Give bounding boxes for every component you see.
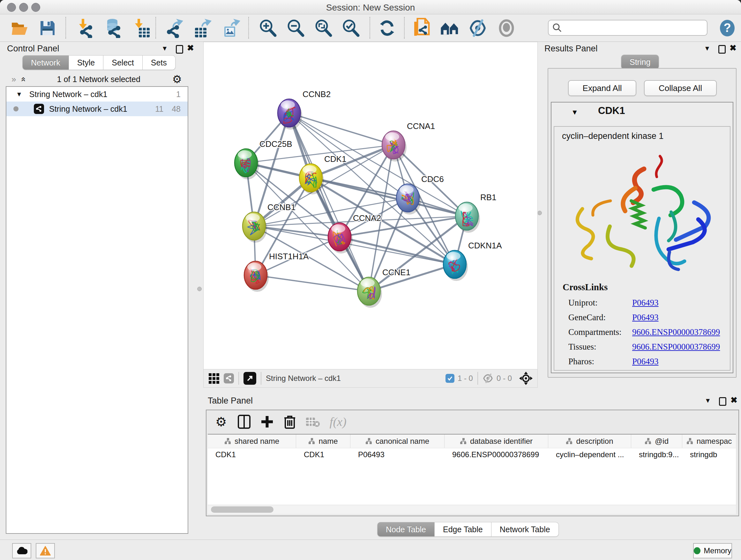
chevron-down-icon[interactable]: ▼ — [16, 91, 22, 98]
create-column-plus-icon[interactable] — [261, 415, 273, 428]
import-database-icon[interactable] — [103, 18, 123, 38]
memory-button[interactable]: Memory — [693, 543, 732, 558]
show-columns-icon[interactable] — [238, 415, 251, 429]
tab-node-table[interactable]: Node Table — [377, 522, 434, 537]
search-input[interactable] — [548, 20, 708, 36]
open-session-icon[interactable] — [10, 18, 30, 38]
network-node-cdkn1a[interactable]: CDKN1A — [443, 241, 502, 281]
tab-select[interactable]: Select — [104, 55, 142, 70]
collection-label: String Network – cdk1 — [29, 90, 108, 99]
tab-network[interactable]: Network — [22, 55, 69, 70]
column-header[interactable]: description — [548, 435, 631, 448]
crosslinks-title: CrossLinks — [562, 282, 608, 293]
network-node-ccnb1[interactable]: CCNB1 — [243, 202, 295, 243]
crosslink-value[interactable]: 9606.ENSP00000378699 — [632, 342, 720, 352]
network-edge[interactable] — [289, 113, 394, 145]
collapse-all-button[interactable]: Collapse All — [644, 80, 717, 96]
scrollbar-thumb[interactable] — [211, 506, 273, 513]
fit-content-crosshair-icon[interactable] — [519, 371, 533, 385]
collapse-panel-icon[interactable]: ▾ — [706, 397, 710, 403]
import-network-icon[interactable] — [75, 18, 95, 38]
column-header[interactable]: shared name — [208, 435, 296, 448]
column-header[interactable]: database identifier — [445, 435, 548, 448]
collapse-all-tree-icon[interactable]: » — [18, 77, 28, 81]
network-node-rb1[interactable]: RB1 — [455, 192, 496, 233]
warning-icon — [40, 546, 51, 556]
delete-column-trash-icon[interactable] — [284, 415, 296, 429]
network-node-hist1h1a[interactable]: HIST1H1A — [244, 252, 309, 292]
toolbar-separator — [404, 17, 405, 39]
show-all-icon[interactable] — [496, 18, 516, 38]
collapse-panel-icon[interactable]: ▾ — [163, 45, 166, 51]
crosslink-value[interactable]: P06493 — [632, 298, 659, 308]
hide-selected-icon[interactable] — [468, 18, 488, 38]
first-neighbors-icon[interactable] — [440, 18, 460, 38]
horizontal-scrollbar[interactable] — [208, 505, 736, 514]
network-edge[interactable] — [369, 264, 455, 291]
node-label: CCNB2 — [302, 89, 331, 99]
float-panel-icon[interactable] — [176, 45, 183, 54]
zoom-selected-icon[interactable] — [341, 18, 360, 38]
tab-string[interactable]: String — [621, 55, 659, 69]
zoom-fit-icon[interactable] — [313, 18, 333, 38]
annotation-share-icon[interactable] — [412, 18, 432, 38]
tab-style[interactable]: Style — [69, 55, 104, 70]
close-panel-icon[interactable]: ✖ — [730, 44, 737, 51]
memory-status-dot-icon — [694, 547, 700, 554]
zoom-out-icon[interactable] — [286, 18, 306, 38]
expand-all-tree-icon[interactable]: » — [11, 74, 16, 84]
node-label: CCNA2 — [353, 213, 381, 223]
column-header[interactable]: @id — [631, 435, 682, 448]
node-label: CDK1 — [324, 154, 346, 164]
network-collection-row[interactable]: ▼ String Network – cdk1 1 — [6, 87, 188, 102]
delete-table-icon[interactable] — [306, 416, 320, 427]
birds-eye-grid-icon[interactable] — [209, 373, 219, 384]
import-table-icon[interactable] — [131, 18, 151, 38]
crosslink-value[interactable]: 9606.ENSP00000378699 — [632, 327, 720, 337]
table-row[interactable]: CDK1 CDK1 P06493 9606.ENSP00000378699 cy… — [208, 448, 736, 461]
tab-network-table[interactable]: Network Table — [491, 522, 559, 537]
crosslinks-list: Uniprot:P06493 GeneCard:P06493 Compartme… — [568, 295, 728, 369]
column-header[interactable]: name — [296, 435, 350, 448]
network-node-ccna2[interactable]: CCNA2 — [328, 213, 381, 253]
zoom-in-icon[interactable] — [258, 18, 278, 38]
selected-checkbox-icon[interactable] — [446, 374, 455, 383]
network-node-ccna1[interactable]: CCNA1 — [382, 121, 435, 162]
close-panel-icon[interactable]: ✖ — [731, 396, 738, 403]
gear-icon[interactable]: ⚙ — [172, 74, 182, 84]
collapse-panel-icon[interactable]: ▾ — [705, 45, 709, 51]
expand-all-button[interactable]: Expand All — [568, 80, 636, 96]
export-network-icon[interactable] — [165, 18, 185, 38]
save-session-icon[interactable] — [38, 18, 57, 38]
crosslink-value[interactable]: P06493 — [632, 313, 659, 322]
float-panel-icon[interactable] — [718, 45, 726, 54]
float-panel-icon[interactable] — [719, 397, 726, 406]
network-share-icon[interactable] — [224, 373, 234, 383]
network-edge[interactable] — [256, 275, 369, 291]
chevron-down-icon[interactable]: ▼ — [571, 108, 578, 117]
network-edge[interactable] — [289, 113, 369, 291]
refresh-icon[interactable] — [377, 18, 397, 38]
open-in-browser-icon[interactable] — [244, 372, 256, 385]
network-row[interactable]: String Network – cdk1 11 48 — [6, 102, 188, 116]
tab-sets[interactable]: Sets — [143, 55, 176, 70]
vertical-splitter-handle[interactable] — [197, 287, 202, 291]
export-image-icon[interactable] — [221, 18, 241, 38]
control-panel: Control Panel ▾ ✖ Network Style Select S… — [3, 42, 191, 535]
cloud-status-button[interactable] — [12, 543, 31, 558]
export-table-icon[interactable] — [193, 18, 212, 38]
function-builder-icon[interactable]: f(x) — [330, 415, 347, 429]
column-header[interactable]: canonical name — [350, 435, 445, 448]
crosslink-value[interactable]: P06493 — [632, 357, 659, 367]
tab-edge-table[interactable]: Edge Table — [434, 522, 491, 537]
column-header[interactable]: namespac — [682, 435, 736, 448]
network-edge[interactable] — [289, 113, 467, 216]
help-icon[interactable]: ? — [718, 18, 737, 38]
close-panel-icon[interactable]: ✖ — [187, 44, 194, 51]
network-canvas[interactable]: CCNB2CCNA1CDC25BCDK1CDC6RB1CCNB1CCNA2CDK… — [203, 42, 538, 370]
network-node-cdc25b[interactable]: CDC25B — [234, 139, 292, 179]
protein-structure-image — [562, 146, 722, 274]
warnings-button[interactable] — [36, 543, 55, 558]
network-node-ccne1[interactable]: CCNE1 — [357, 267, 410, 308]
table-settings-gear-icon[interactable]: ⚙ — [215, 415, 227, 429]
